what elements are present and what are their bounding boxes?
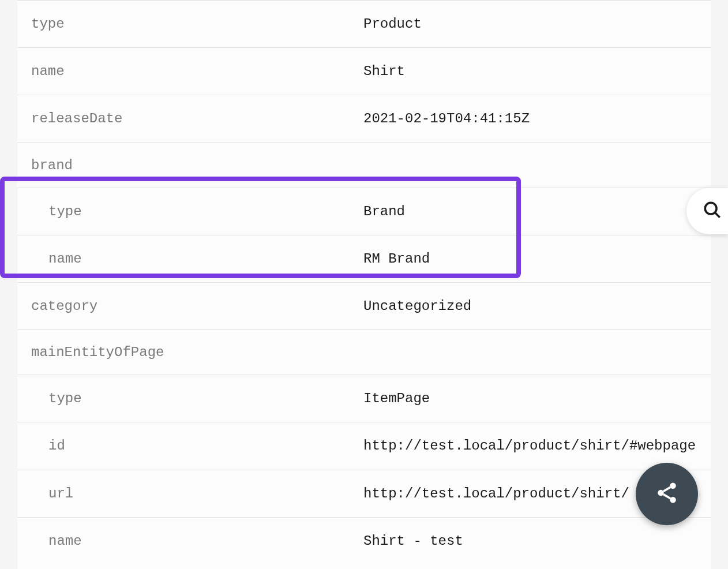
svg-point-3 xyxy=(658,490,664,496)
property-value: Uncategorized xyxy=(363,295,697,317)
property-key: releaseDate xyxy=(31,111,363,126)
property-key: url xyxy=(31,486,363,501)
property-key: name xyxy=(31,533,363,549)
table-row: type ItemPage xyxy=(17,375,711,422)
share-button[interactable] xyxy=(636,463,698,525)
search-icon xyxy=(692,200,722,222)
property-value: 2021-02-19T04:41:15Z xyxy=(363,108,697,129)
table-row: name RM Brand xyxy=(17,235,711,282)
svg-point-4 xyxy=(670,497,676,503)
property-key: name xyxy=(31,251,363,267)
table-row: category Uncategorized xyxy=(17,282,711,330)
table-row: releaseDate 2021-02-19T04:41:15Z xyxy=(17,95,711,142)
property-key: name xyxy=(31,63,363,79)
property-key: type xyxy=(31,204,363,219)
property-value: RM Brand xyxy=(363,248,697,269)
table-row: id http://test.local/product/shirt/#webp… xyxy=(17,422,711,469)
table-row: url http://test.local/product/shirt/ xyxy=(17,470,711,517)
search-button[interactable] xyxy=(686,188,728,234)
table-row: name Shirt xyxy=(17,47,711,95)
table-row: type Brand xyxy=(17,188,711,235)
property-value: ItemPage xyxy=(363,388,697,409)
schema-table: type Product name Shirt releaseDate 2021… xyxy=(17,0,711,569)
property-value: Shirt - test xyxy=(363,530,697,552)
property-value: Shirt xyxy=(363,61,697,82)
property-key: type xyxy=(31,391,363,406)
table-row-section: mainEntityOfPage xyxy=(17,330,711,375)
table-row-section: brand xyxy=(17,143,711,188)
svg-point-0 xyxy=(705,203,716,214)
property-value: http://test.local/product/shirt/#webpage xyxy=(363,435,697,456)
property-key: id xyxy=(31,438,363,454)
svg-point-2 xyxy=(670,483,676,489)
table-row: type Product xyxy=(17,0,711,47)
property-key: type xyxy=(31,16,363,32)
property-key: mainEntityOfPage xyxy=(31,345,363,360)
svg-line-1 xyxy=(715,212,720,218)
property-key: brand xyxy=(31,158,363,173)
table-row: name Shirt - test xyxy=(17,517,711,564)
property-key: category xyxy=(31,298,363,314)
property-value: Product xyxy=(363,13,697,35)
property-value: Brand xyxy=(363,201,697,222)
share-icon xyxy=(655,481,679,507)
